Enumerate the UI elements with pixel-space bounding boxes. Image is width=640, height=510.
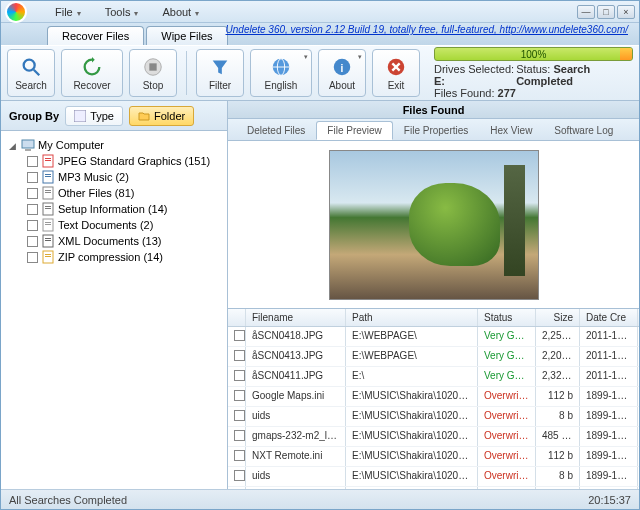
col-path[interactable]: Path [346, 309, 478, 326]
checkbox[interactable] [27, 172, 38, 183]
tree-item[interactable]: XML Documents (13) [5, 233, 223, 249]
groupby-folder-button[interactable]: Folder [129, 106, 194, 126]
menu-file[interactable]: File [55, 6, 81, 18]
svg-rect-29 [45, 224, 51, 225]
audio-icon [41, 170, 55, 184]
cell-date: 1899-12-30 [580, 467, 638, 486]
tree-item[interactable]: ZIP compression (14) [5, 249, 223, 265]
exit-label: Exit [388, 80, 405, 91]
menubar: File Tools About [55, 6, 199, 18]
svg-rect-32 [45, 240, 51, 241]
subtab-deleted[interactable]: Deleted Files [236, 121, 316, 140]
tree-item[interactable]: JPEG Standard Graphics (151) [5, 153, 223, 169]
svg-rect-34 [45, 254, 51, 255]
tree-item[interactable]: Text Documents (2) [5, 217, 223, 233]
about-button[interactable]: ▾ i About [318, 49, 366, 97]
cell-filename: uids [246, 467, 346, 486]
checkbox[interactable] [27, 220, 38, 231]
cell-status: Overwritten [478, 407, 536, 426]
subtab-properties[interactable]: File Properties [393, 121, 479, 140]
checkbox[interactable] [27, 252, 38, 263]
tab-wipe[interactable]: Wipe Files [146, 26, 227, 45]
collapse-icon[interactable]: ◢ [9, 141, 18, 150]
filter-label: Filter [209, 80, 231, 91]
table-row[interactable]: uidsE:\MUSIC\Shakira\102033E6\MIDle...Ov… [228, 467, 639, 487]
cell-filename: åSCN0413.JPG [246, 347, 346, 366]
cell-path: E:\MUSIC\Shakira\102033E6\MIDle... [346, 387, 478, 406]
preview-image [329, 150, 539, 300]
checkbox[interactable] [234, 470, 245, 481]
menu-about[interactable]: About [162, 6, 199, 18]
stop-label: Stop [143, 80, 164, 91]
cell-date: 1899-12-30 [580, 387, 638, 406]
checkbox[interactable] [234, 410, 245, 421]
table-row[interactable]: åSCN0411.JPGE:\Very Good2,32 Mb2011-12-1… [228, 367, 639, 387]
tree-root[interactable]: ◢ My Computer [5, 137, 223, 153]
maximize-button[interactable]: □ [597, 5, 615, 19]
checkbox[interactable] [234, 350, 245, 361]
col-status[interactable]: Status [478, 309, 536, 326]
table-row[interactable]: gmaps-232-m2_l1.jarE:\MUSIC\Shakira\1020… [228, 427, 639, 447]
svg-rect-16 [45, 158, 51, 159]
cell-filename: NXT Remote.ini [246, 447, 346, 466]
svg-rect-22 [45, 190, 51, 191]
filter-button[interactable]: Filter [196, 49, 244, 97]
checkbox[interactable] [27, 236, 38, 247]
exit-button[interactable]: Exit [372, 49, 420, 97]
svg-rect-23 [45, 192, 51, 193]
subtab-log[interactable]: Software Log [543, 121, 624, 140]
checkbox[interactable] [234, 370, 245, 381]
groupby-type-button[interactable]: Type [65, 106, 123, 126]
col-date[interactable]: Date Cre [580, 309, 638, 326]
search-button[interactable]: Search [7, 49, 55, 97]
table-row[interactable]: åSCN0418.JPGE:\WEBPAGE\Very Good2,25 Mb2… [228, 327, 639, 347]
minimize-button[interactable]: — [577, 5, 595, 19]
left-panel: Group By Type Folder ◢ My Computer JPEG … [1, 101, 228, 489]
checkbox[interactable] [27, 204, 38, 215]
table-row[interactable]: NXT Remote.iniE:\MUSIC\Shakira\102033E6\… [228, 447, 639, 467]
checkbox[interactable] [27, 188, 38, 199]
svg-rect-31 [45, 238, 51, 239]
menu-tools[interactable]: Tools [105, 6, 139, 18]
svg-rect-17 [45, 160, 51, 161]
cell-date: 1899-12-30 [580, 447, 638, 466]
stop-icon [142, 56, 164, 78]
file-grid[interactable]: Filename Path Status Size Date Cre åSCN0… [228, 309, 639, 489]
language-button[interactable]: ▾ English [250, 49, 312, 97]
tree-item[interactable]: Setup Information (14) [5, 201, 223, 217]
image-icon [41, 154, 55, 168]
status-box: 100% Drives Selected: E: Status: Search … [434, 47, 633, 99]
svg-rect-13 [22, 140, 34, 148]
checkbox[interactable] [27, 156, 38, 167]
cell-path: E:\ [346, 367, 478, 386]
cell-status: Overwritten [478, 447, 536, 466]
table-row[interactable]: åSCN0413.JPGE:\WEBPAGE\Very Good2,20 Mb2… [228, 347, 639, 367]
tree[interactable]: ◢ My Computer JPEG Standard Graphics (15… [1, 131, 227, 489]
tree-item[interactable]: MP3 Music (2) [5, 169, 223, 185]
subtab-preview[interactable]: File Preview [316, 121, 392, 140]
checkbox[interactable] [234, 430, 245, 441]
recover-button[interactable]: Recover [61, 49, 123, 97]
groupby-bar: Group By Type Folder [1, 101, 227, 131]
table-row[interactable]: uidsE:\MUSIC\Shakira\102033E6\MIDle...Ov… [228, 407, 639, 427]
col-filename[interactable]: Filename [246, 309, 346, 326]
stop-button[interactable]: Stop [129, 49, 177, 97]
tree-item[interactable]: Other Files (81) [5, 185, 223, 201]
promo-link[interactable]: Undelete 360, version 2.12 Build 19, tot… [226, 24, 628, 35]
about-label: About [329, 80, 355, 91]
cell-filename: uids [246, 407, 346, 426]
files-found-header: Files Found [228, 101, 639, 119]
col-size[interactable]: Size [536, 309, 580, 326]
table-row[interactable]: Google Maps.iniE:\MUSIC\Shakira\102033E6… [228, 387, 639, 407]
cell-status: Very Good [478, 347, 536, 366]
checkbox[interactable] [234, 330, 245, 341]
checkbox[interactable] [234, 450, 245, 461]
checkbox[interactable] [234, 390, 245, 401]
close-button[interactable]: × [617, 5, 635, 19]
cell-status: Overwritten [478, 427, 536, 446]
statusbar: All Searches Completed 20:15:37 [1, 489, 639, 509]
tab-recover[interactable]: Recover Files [47, 26, 144, 45]
col-checkbox[interactable] [228, 309, 246, 326]
progress-percent: 100% [435, 48, 632, 61]
subtab-hex[interactable]: Hex View [479, 121, 543, 140]
